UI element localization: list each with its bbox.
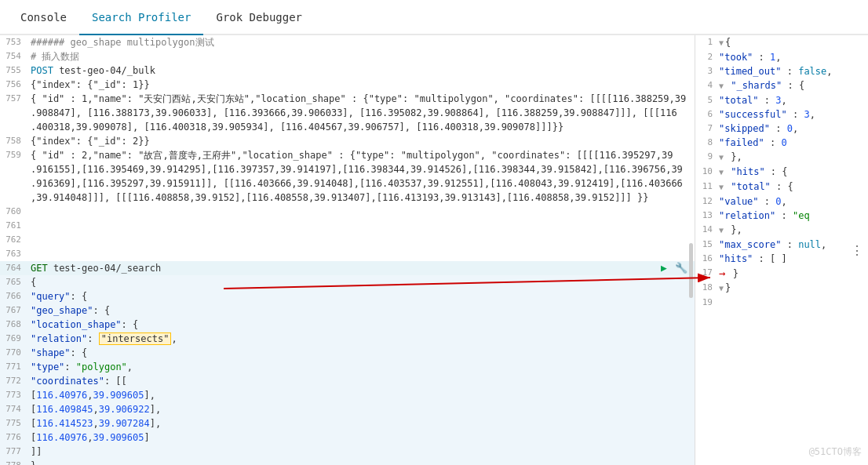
editor-line-762: 762 bbox=[0, 233, 695, 247]
result-line-18: 18 ▼} bbox=[695, 281, 868, 296]
result-line-9: 9 ▼ }, bbox=[695, 150, 868, 165]
top-nav: Console Search Profiler Grok Debugger bbox=[0, 0, 868, 35]
result-line-19: 19 bbox=[695, 296, 868, 310]
result-line-6: 6 "successful" : 3, bbox=[695, 107, 868, 122]
result-line-17: 17 → } bbox=[695, 266, 868, 281]
editor-line-758: 758 {"index": {"_id": 2}} bbox=[0, 134, 695, 148]
editor-line-759d: ,39.914048]]], [[[116.408858,39.9152],[1… bbox=[0, 191, 695, 205]
editor-line-766: 766 "query": { bbox=[0, 289, 695, 303]
editor-pane[interactable]: 753 ###### geo_shape multipolygon测试 754 … bbox=[0, 35, 695, 465]
editor-line-770: 770 "shape": { bbox=[0, 346, 695, 360]
editor-line-761: 761 bbox=[0, 219, 695, 233]
code-lines: 753 ###### geo_shape multipolygon测试 754 … bbox=[0, 35, 695, 465]
tab-console[interactable]: Console bbox=[8, 0, 79, 35]
result-line-10: 10 ▼ "hits" : { bbox=[695, 165, 868, 180]
watermark: @51CTO博客 bbox=[809, 445, 862, 459]
result-line-13: 13 "relation" : "eq bbox=[695, 209, 868, 223]
editor-scrollbar[interactable] bbox=[689, 243, 693, 298]
editor-line-776: 776 [116.40976,39.909605] bbox=[0, 430, 695, 445]
editor-line-764: 764 GET test-geo-04/_search ▶ 🔧 bbox=[0, 261, 695, 275]
editor-line-759c: .916369],[116.395297,39.915911]], [[116.… bbox=[0, 176, 695, 191]
editor-line-759: 759 { "id" : 2,"name": "故宫,普度寺,王府井","loc… bbox=[0, 148, 695, 162]
main-content: 753 ###### geo_shape multipolygon测试 754 … bbox=[0, 35, 868, 465]
editor-line-754: 754 # 插入数据 bbox=[0, 49, 695, 64]
editor-line-777: 777 ]] bbox=[0, 445, 695, 459]
result-line-2: 2 "took" : 1, bbox=[695, 50, 868, 64]
result-line-1: 1 ▼{ bbox=[695, 35, 868, 50]
editor-line-757c: .400318,39.909078], [116.400318,39.90593… bbox=[0, 120, 695, 134]
editor-line-759b: .916155],[116.395469,39.914295],[116.397… bbox=[0, 162, 695, 176]
page-wrapper: Console Search Profiler Grok Debugger 75… bbox=[0, 0, 868, 465]
editor-line-778: 778 } bbox=[0, 459, 695, 465]
dots-menu[interactable]: ⋮ bbox=[851, 243, 863, 258]
wrench-icon[interactable]: 🔧 bbox=[674, 261, 688, 275]
result-line-7: 7 "skipped" : 0, bbox=[695, 122, 868, 136]
result-line-12: 12 "value" : 0, bbox=[695, 194, 868, 209]
editor-line-765: 765 { bbox=[0, 275, 695, 289]
editor-line-753: 753 ###### geo_shape multipolygon测试 bbox=[0, 35, 695, 49]
result-line-11: 11 ▼ "total" : { bbox=[695, 180, 868, 194]
editor-line-756: 756 {"index": {"_id": 1}} bbox=[0, 78, 695, 92]
result-line-8: 8 "failed" : 0 bbox=[695, 136, 868, 150]
result-lines: 1 ▼{ 2 "took" : 1, 3 "timed_out" : false… bbox=[695, 35, 868, 310]
editor-line-773: 773 [116.40976,39.909605], bbox=[0, 388, 695, 402]
editor-line-767: 767 "geo_shape": { bbox=[0, 303, 695, 318]
editor-line-769: 769 "relation": "intersects", bbox=[0, 332, 695, 346]
editor-line-760: 760 bbox=[0, 205, 695, 219]
result-line-3: 3 "timed_out" : false, bbox=[695, 64, 868, 78]
editor-line-763: 763 bbox=[0, 247, 695, 261]
editor-line-772: 772 "coordinates": [[ bbox=[0, 374, 695, 388]
result-pane[interactable]: 1 ▼{ 2 "took" : 1, 3 "timed_out" : false… bbox=[695, 35, 868, 465]
editor-line-755: 755 POST test-geo-04/_bulk bbox=[0, 64, 695, 78]
result-line-15: 15 "max_score" : null, bbox=[695, 238, 868, 252]
result-line-5: 5 "total" : 3, bbox=[695, 93, 868, 107]
play-icon[interactable]: ▶ bbox=[657, 261, 671, 275]
editor-line-768: 768 "location_shape": { bbox=[0, 318, 695, 332]
editor-line-774: 774 [116.409845,39.906922], bbox=[0, 402, 695, 416]
editor-line-757b: .908847], [116.388173,39.906033], [116.3… bbox=[0, 106, 695, 120]
result-line-14: 14 ▼ }, bbox=[695, 223, 868, 238]
tab-search-profiler[interactable]: Search Profiler bbox=[79, 0, 203, 35]
tab-grok-debugger[interactable]: Grok Debugger bbox=[203, 0, 315, 35]
editor-line-771: 771 "type": "polygon", bbox=[0, 360, 695, 374]
result-line-4: 4 ▼ "_shards" : { bbox=[695, 78, 868, 93]
editor-line-757: 757 { "id" : 1,"name": "天安门西站,天安门东站","lo… bbox=[0, 92, 695, 106]
result-line-16: 16 "hits" : [ ] bbox=[695, 252, 868, 266]
editor-line-775: 775 [116.414523,39.907284], bbox=[0, 416, 695, 430]
